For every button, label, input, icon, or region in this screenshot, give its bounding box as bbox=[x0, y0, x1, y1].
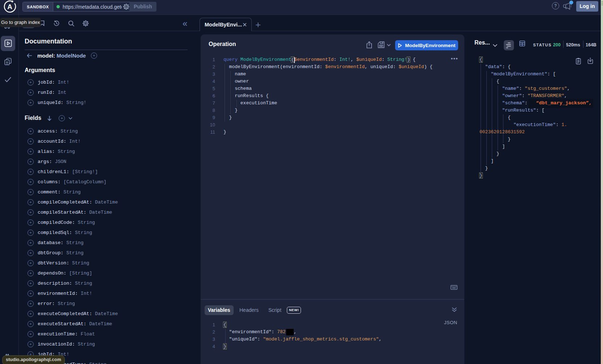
svg-text:A: A bbox=[7, 3, 12, 11]
